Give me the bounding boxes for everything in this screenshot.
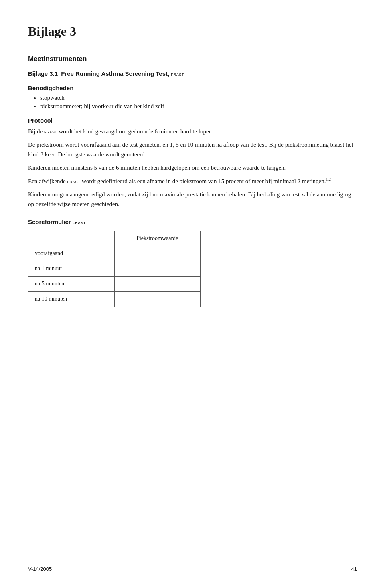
- body-text-1: De piekstroom wordt voorafgaand aan de t…: [28, 140, 357, 159]
- footer-version: V-14/2005: [28, 566, 52, 572]
- page-title: Bijlage 3: [28, 24, 357, 39]
- table-row: na 5 minuten: [28, 276, 201, 291]
- body-text-4: Kinderen mogen aangemoedigd worden, zoda…: [28, 190, 357, 209]
- superscript: 1,2: [326, 177, 331, 182]
- subsection-number: Bijlage 3.1: [28, 70, 58, 77]
- protocol-text: Bij de frast wordt het kind gevraagd om …: [28, 127, 357, 136]
- list-item: piekstroommeter; bij voorkeur die van he…: [40, 103, 357, 110]
- body-text-2: Kinderen moeten minstens 5 van de 6 minu…: [28, 163, 357, 172]
- table-row: na 1 minuut: [28, 261, 201, 276]
- table-value-cell: [114, 261, 201, 276]
- protocol-frast-label: frast: [44, 129, 57, 135]
- benodigdheden-heading: Benodigdheden: [28, 85, 357, 91]
- table-value-cell: [114, 246, 201, 261]
- page-container: Bijlage 3 Meetinstrumenten Bijlage 3.1 F…: [0, 0, 385, 588]
- scoreformulier-heading: Scoreformulier frast: [28, 218, 357, 225]
- list-item: stopwatch: [40, 95, 357, 101]
- table-value-cell: [114, 291, 201, 307]
- table-row-label: na 1 minuut: [28, 261, 115, 276]
- table-header-piekstroom: Piekstroomwaarde: [114, 231, 201, 246]
- footer-page-number: 41: [351, 566, 357, 572]
- table-value-cell: [114, 276, 201, 291]
- table-label-col: [28, 231, 115, 246]
- frast-title-label: frast: [171, 71, 184, 77]
- protocol-heading: Protocol: [28, 117, 357, 124]
- table-row-label: na 10 minuten: [28, 291, 115, 307]
- scoreformulier-frast-label: frast: [73, 219, 86, 225]
- table-row-label: voorafgaand: [28, 246, 115, 261]
- section-heading: Meetinstrumenten: [28, 55, 357, 63]
- body-frast-label: frast: [67, 178, 80, 184]
- subsection-heading: Bijlage 3.1 Free Running Asthma Screenin…: [28, 70, 357, 77]
- table-row-label: na 5 minuten: [28, 276, 115, 291]
- footer: V-14/2005 41: [28, 566, 357, 572]
- bullet-list: stopwatch piekstroommeter; bij voorkeur …: [40, 95, 357, 110]
- table-row: na 10 minuten: [28, 291, 201, 307]
- score-table: Piekstroomwaarde voorafgaand na 1 minuut…: [28, 231, 201, 307]
- subsection-text: Free Running Asthma Screening Test,: [59, 70, 171, 77]
- table-row: voorafgaand: [28, 246, 201, 261]
- body-text-3: Een afwijkende frast wordt gedefinieerd …: [28, 176, 357, 186]
